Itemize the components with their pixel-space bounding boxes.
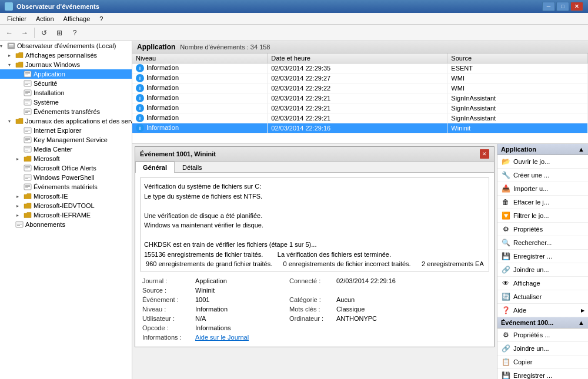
actions-item-icon-0-9: 👁	[501, 279, 510, 288]
info-icon: i	[136, 114, 144, 122]
actions-item-label-0-5: Propriétés	[513, 226, 543, 233]
table-row[interactable]: iInformation02/03/2014 22:29:27WMI	[132, 73, 588, 83]
tree-item-ie[interactable]: Internet Explorer	[0, 126, 132, 135]
actions-item-1-3[interactable]: 💾Enregistrer ...	[497, 369, 588, 379]
event-text-area[interactable]: Vérification du système de fichiers sur …	[140, 177, 489, 271]
tree-item-journaux-apps[interactable]: ▾Journaux des applications et des servic…	[0, 116, 132, 126]
tree-arrow-affichages[interactable]: ▸	[8, 53, 15, 58]
tree-item-installation[interactable]: Installation	[0, 88, 132, 98]
actions-item-0-9[interactable]: 👁Affichage	[497, 277, 588, 290]
tabs: Général Détails	[135, 162, 494, 173]
tree-arrow-ms-ieframe[interactable]: ▸	[16, 213, 24, 218]
actions-item-icon-0-5: ⚙	[501, 224, 510, 234]
actions-item-label-1-3: Enregistrer ...	[513, 372, 552, 379]
actions-item-1-0[interactable]: ⚙Propriétés ...	[497, 328, 588, 342]
detail-area: Événement 1001, Wininit ✕ Général Détail…	[132, 144, 588, 379]
field-label-categorie: Catégorie :	[287, 295, 334, 304]
table-row[interactable]: iInformation02/03/2014 22:29:21SignInAss…	[132, 93, 588, 103]
tree-item-evt-materiels[interactable]: Événements matériels	[0, 182, 132, 192]
field-value-utilisateur: N/A	[193, 314, 287, 323]
help-link[interactable]: Aide sur le Journal	[195, 334, 249, 341]
actions-item-1-1[interactable]: 🔗Joindre un...	[497, 342, 588, 355]
svg-rect-28	[25, 138, 30, 139]
tree-item-transferes[interactable]: Événements transférés	[0, 107, 132, 116]
field-label-ordinateur: Ordinateur :	[287, 314, 334, 323]
tree-arrow-journaux-apps[interactable]: ▾	[8, 119, 15, 124]
event-detail-close-button[interactable]: ✕	[480, 149, 489, 159]
actions-item-0-10[interactable]: 🔄Actualiser	[497, 290, 588, 304]
svg-rect-33	[25, 149, 30, 149]
menu-help[interactable]: ?	[95, 14, 108, 24]
event-text: Vérification du système de fichiers sur …	[144, 182, 485, 271]
actions-section-header-0: Application▲	[497, 144, 588, 155]
svg-rect-18	[25, 103, 28, 103]
tree-item-journaux-windows[interactable]: ▾Journaux Windows	[0, 60, 132, 69]
view-button[interactable]: ⊞	[52, 26, 66, 39]
table-row[interactable]: iInformation02/03/2014 22:29:35ESENT	[132, 63, 588, 73]
tree-arrow-microsoft[interactable]: ▸	[16, 156, 24, 162]
actions-item-0-1[interactable]: 🔧Créer une ...	[497, 169, 588, 182]
tab-details[interactable]: Détails	[175, 162, 210, 173]
tree-label-systeme: Système	[34, 99, 59, 106]
tree-item-securite[interactable]: Sécurité	[0, 79, 132, 88]
tree-arrow-journaux-windows[interactable]: ▾	[8, 62, 15, 68]
back-button[interactable]: ←	[2, 26, 16, 39]
actions-item-icon-1-3: 💾	[501, 371, 510, 379]
actions-panel: Application▲📂Ouvrir le jo...🔧Créer une .…	[497, 144, 588, 379]
minimize-button[interactable]: ─	[542, 2, 555, 11]
actions-item-0-2[interactable]: 📥Importer u...	[497, 182, 588, 196]
events-table[interactable]: Niveau Date et heure Source iInformation…	[132, 53, 588, 143]
tree-arrow-ms-iedvtool[interactable]: ▸	[16, 203, 24, 209]
field-label-utilisateur: Utilisateur :	[140, 314, 193, 323]
close-button[interactable]: ✕	[570, 2, 583, 11]
cell-level: iInformation	[132, 93, 268, 103]
actions-item-0-11[interactable]: ❓Aide▶	[497, 304, 588, 317]
menu-affichage[interactable]: Affichage	[59, 14, 95, 24]
refresh-button[interactable]: ↺	[37, 26, 51, 39]
cell-date: 02/03/2014 22:29:21	[268, 103, 447, 113]
table-row[interactable]: iInformation02/03/2014 22:29:21SignInAss…	[132, 103, 588, 113]
actions-item-0-4[interactable]: 🔽Filtrer le jo...	[497, 209, 588, 223]
maximize-button[interactable]: □	[556, 2, 569, 11]
tree-item-mso-alerts[interactable]: Microsoft Office Alerts	[0, 163, 132, 173]
tree-item-powershell[interactable]: Windows PowerShell	[0, 173, 132, 182]
table-row[interactable]: iInformation02/03/2014 22:29:22WMI	[132, 83, 588, 93]
table-row[interactable]: iInformation02/03/2014 22:29:21SignInAss…	[132, 113, 588, 123]
svg-rect-50	[17, 225, 20, 226]
menu-fichier[interactable]: Fichier	[2, 14, 31, 24]
tree-arrow-local[interactable]: ▾	[0, 43, 7, 49]
tree-item-microsoft[interactable]: ▸Microsoft	[0, 154, 132, 163]
tree-item-ms-iedvtool[interactable]: ▸Microsoft-IEDVTOOL	[0, 201, 132, 210]
actions-item-0-8[interactable]: 🔗Joindre un...	[497, 263, 588, 277]
forward-button[interactable]: →	[18, 26, 32, 39]
help-button[interactable]: ?	[68, 26, 82, 39]
actions-item-0-7[interactable]: 💾Enregistrer ...	[497, 250, 588, 263]
actions-item-label-0-11: Aide	[513, 307, 526, 314]
actions-section-arrow-0: ▲	[578, 146, 584, 153]
actions-item-1-2[interactable]: 📋Copier	[497, 355, 588, 369]
tree-item-abonnements[interactable]: Abonnements	[0, 220, 132, 229]
tree-label-ms-iedvtool: Microsoft-IEDVTOOL	[34, 202, 95, 209]
table-row[interactable]: iInformation02/03/2014 22:29:16Wininit	[132, 123, 588, 133]
menu-action[interactable]: Action	[31, 14, 59, 24]
actions-section-header-1: Événement 100...▲	[497, 317, 588, 328]
tree-label-journaux-windows: Journaux Windows	[25, 61, 80, 68]
tree-item-ms-ie[interactable]: ▸Microsoft-IE	[0, 192, 132, 201]
tree-item-mediacenter[interactable]: Media Center	[0, 145, 132, 154]
tree-item-local[interactable]: ▾Observateur d'événements (Local)	[0, 41, 132, 51]
svg-rect-30	[25, 140, 28, 141]
actions-item-0-6[interactable]: 🔍Rechercher...	[497, 236, 588, 250]
field-label-niveau: Niveau :	[140, 304, 193, 314]
tree-item-affichages[interactable]: ▸Affichages personnalisés	[0, 51, 132, 60]
actions-item-0-0[interactable]: 📂Ouvrir le jo...	[497, 155, 588, 169]
tree-arrow-ms-ie[interactable]: ▸	[16, 194, 24, 199]
actions-item-0-3[interactable]: 🗑Effacer le j...	[497, 196, 588, 209]
svg-rect-48	[17, 223, 22, 223]
tree-item-application[interactable]: Application	[0, 69, 132, 79]
tree-item-ms-ieframe[interactable]: ▸Microsoft-IEFRAME	[0, 210, 132, 220]
svg-rect-41	[25, 177, 30, 177]
tree-item-systeme[interactable]: Système	[0, 98, 132, 107]
tab-general[interactable]: Général	[135, 162, 175, 173]
actions-item-0-5[interactable]: ⚙Propriétés	[497, 223, 588, 236]
tree-item-kms[interactable]: Key Management Service	[0, 135, 132, 145]
